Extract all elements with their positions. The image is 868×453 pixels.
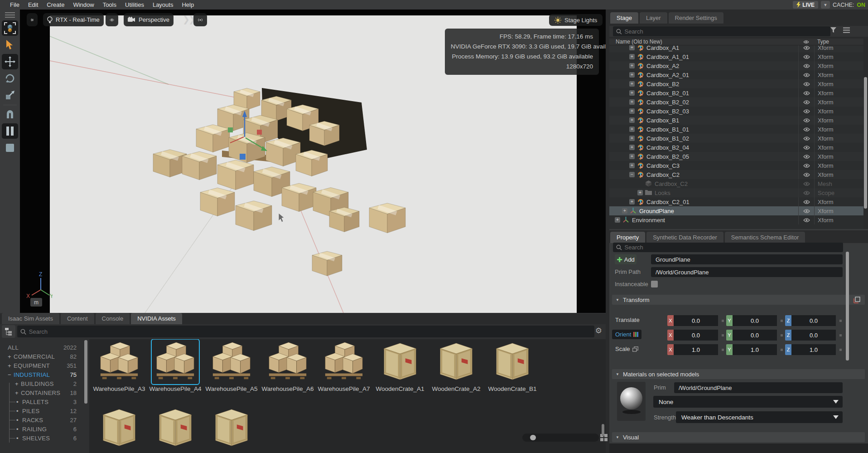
visibility-eye-icon[interactable] [798, 52, 814, 61]
stage-tree-scrollbar[interactable] [864, 77, 867, 209]
instanceable-checkbox[interactable] [651, 281, 658, 287]
unit-indicator[interactable]: m [30, 298, 42, 307]
stage-tree-row[interactable]: + Cardbox_B2_03 Xform [609, 107, 863, 116]
stage-tree-row[interactable]: + Cardbox_B1 Xform [609, 116, 863, 125]
scale-link-icon[interactable] [632, 346, 638, 352]
expand-toggle[interactable]: − [629, 172, 635, 177]
stage-tree-row[interactable]: + Cardbox_C2_01 Xform [609, 197, 863, 206]
materials-section-header[interactable]: ▼ Materials on selected models [612, 369, 865, 379]
asset-thumbnail[interactable] [376, 340, 424, 384]
asset-item[interactable]: WarehousePile_A6 [262, 340, 313, 392]
category-expand-glyph[interactable]: • [16, 435, 22, 442]
expand-toggle[interactable]: + [629, 72, 635, 78]
visibility-eye-icon[interactable] [798, 215, 814, 224]
live-dropdown-button[interactable]: ▼ [821, 1, 830, 9]
cursor-select-icon[interactable] [2, 37, 18, 53]
visibility-eye-icon[interactable] [798, 107, 814, 116]
menu-item[interactable]: Create [47, 1, 64, 8]
category-item[interactable]: + COMMERCIAL 82 [0, 352, 89, 361]
property-scrollbar[interactable] [846, 252, 849, 360]
reset-dot[interactable] [722, 320, 724, 322]
expand-toggle[interactable]: + [629, 117, 635, 123]
stage-tree-row[interactable]: + Cardbox_A2_01 Xform [609, 70, 863, 79]
asset-thumbnail[interactable] [264, 340, 311, 384]
category-expand-glyph[interactable]: + [8, 362, 14, 369]
x-value-field[interactable] [674, 344, 718, 355]
browser-tab[interactable]: Console [96, 313, 130, 324]
category-item[interactable]: • SHELVES 6 [0, 434, 89, 443]
stage-tree-row[interactable]: + Cardbox_B2_02 Xform [609, 97, 863, 107]
expand-toggle[interactable]: + [629, 108, 635, 114]
asset-item[interactable]: WarehousePile_A3 [94, 340, 145, 392]
stage-tree-row[interactable]: + Cardbox_B1_02 Xform [609, 134, 863, 143]
visual-section-header[interactable]: ▼ Visual [612, 432, 865, 442]
add-property-button[interactable]: ✚ Add [615, 254, 637, 264]
stage-tab[interactable]: Render Settings [669, 12, 723, 24]
property-tab[interactable]: Property [610, 232, 645, 243]
stage-tree-row[interactable]: + Cardbox_A1 Xform [609, 45, 863, 52]
filter-icon[interactable] [830, 27, 837, 33]
expand-toggle[interactable]: + [629, 136, 635, 141]
visibility-eye-icon[interactable] [798, 70, 814, 79]
stage-lights-button[interactable]: Stage Lights [549, 14, 603, 26]
menu-item[interactable]: Help [182, 1, 194, 8]
expand-toggle[interactable]: + [629, 63, 635, 68]
stage-tree-row[interactable]: + Cardbox_B2_04 Xform [609, 143, 863, 152]
prim-name-field[interactable] [651, 254, 843, 264]
expand-toggle[interactable]: + [629, 90, 635, 96]
x-value-field[interactable] [674, 330, 718, 341]
prim-path-field[interactable] [651, 267, 843, 277]
category-item[interactable]: • PALLETS 3 [0, 397, 89, 406]
transform-section-header[interactable]: ▼ Transform [612, 295, 865, 305]
menu-item[interactable]: Window [73, 1, 94, 8]
visibility-eye-icon[interactable] [798, 79, 814, 88]
render-settings-button[interactable] [27, 13, 38, 26]
viewport[interactable]: RTX - Real-Time Perspective ❯❯ Stage Lig… [20, 10, 606, 313]
camera-select-button[interactable]: Perspective [124, 13, 174, 26]
strength-select[interactable]: Weaker than Descendants [676, 411, 843, 423]
z-value-field[interactable] [791, 344, 836, 355]
assets-search-input[interactable] [29, 328, 591, 335]
category-expand-glyph[interactable]: • [16, 417, 22, 424]
category-item[interactable]: + BUILDINGS 2 [0, 379, 89, 388]
visibility-eye-icon[interactable] [798, 134, 814, 143]
live-sync-button[interactable]: LIVE [793, 1, 818, 9]
asset-item[interactable] [206, 406, 257, 450]
visibility-eye-icon[interactable] [798, 88, 814, 97]
asset-item[interactable]: WarehousePile_A4 [150, 340, 201, 392]
reset-dot[interactable] [839, 334, 842, 336]
property-tab[interactable]: Semantics Schema Editor [725, 232, 805, 243]
stage-tree-row[interactable]: − Cardbox_C2 Xform [609, 170, 863, 179]
pause-icon[interactable] [2, 123, 18, 139]
asset-item[interactable] [94, 406, 145, 450]
stage-tree-header[interactable]: Name (Old to New) Type [609, 39, 863, 45]
expand-toggle[interactable]: + [622, 208, 627, 214]
expand-toggle[interactable]: + [629, 99, 635, 105]
category-item[interactable]: + CONTAINERS 18 [0, 388, 89, 397]
asset-item[interactable]: WoodenCrate_A2 [431, 340, 482, 392]
expand-toggle[interactable]: + [629, 199, 635, 205]
snap-magnet-icon[interactable] [2, 107, 18, 122]
visibility-eye-icon[interactable] [798, 45, 814, 52]
stop-icon[interactable] [2, 140, 18, 156]
category-expand-glyph[interactable]: − [8, 371, 14, 378]
reset-dot[interactable] [839, 320, 842, 322]
column-type[interactable]: Type [814, 39, 863, 45]
browser-tab[interactable]: NVIDIA Assets [131, 313, 182, 324]
y-value-field[interactable] [733, 330, 777, 341]
visibility-eye-icon[interactable] [798, 152, 814, 161]
transform-stack-icon[interactable] [854, 297, 860, 303]
visibility-eye-icon[interactable] [798, 97, 814, 107]
category-expand-glyph[interactable]: + [8, 353, 14, 360]
stage-tree-row[interactable]: + Cardbox_B2_01 Xform [609, 88, 863, 97]
slider-knob[interactable] [530, 435, 536, 440]
stage-tree-row[interactable]: + Looks Scope [609, 188, 863, 197]
tree-view-toggle-button[interactable] [2, 325, 15, 338]
category-item[interactable]: ALL 2022 [0, 343, 89, 352]
asset-thumbnail[interactable] [489, 340, 536, 384]
scale-tool-icon[interactable] [2, 88, 18, 103]
expand-toggle[interactable]: + [629, 145, 635, 150]
visibility-eye-icon[interactable] [798, 116, 814, 125]
asset-thumbnail[interactable] [208, 406, 255, 450]
visibility-eye-icon[interactable] [798, 143, 814, 152]
